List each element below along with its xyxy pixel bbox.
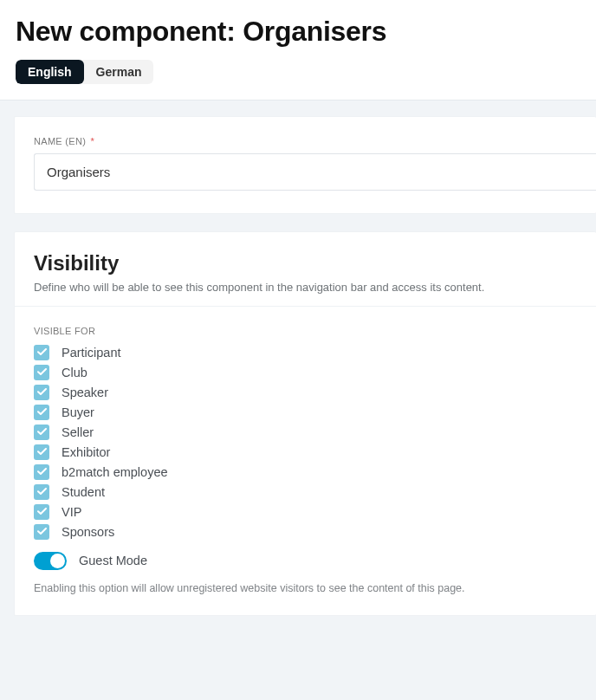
visibility-card: Visibility Define who will be able to se…	[14, 231, 596, 616]
visible-for-item: Student	[34, 484, 596, 500]
checkbox-label: Seller	[62, 425, 94, 439]
check-icon	[37, 368, 47, 376]
checkbox[interactable]	[34, 484, 49, 500]
checkbox[interactable]	[34, 504, 49, 520]
visibility-subtitle: Define who will be able to see this comp…	[34, 281, 596, 294]
visible-for-list: ParticipantClubSpeakerBuyerSellerExhibit…	[34, 345, 596, 540]
name-input[interactable]	[34, 153, 596, 191]
check-icon	[37, 528, 47, 535]
checkbox-label: Speaker	[62, 386, 108, 399]
visible-for-item: Club	[34, 365, 596, 380]
guest-mode-label: Guest Mode	[79, 554, 147, 567]
check-icon	[37, 408, 47, 416]
content-area: NAME (EN) * Visibility Define who will b…	[0, 100, 596, 658]
checkbox-label: b2match employee	[62, 465, 168, 479]
page-title: New component: Organisers	[16, 16, 580, 48]
tab-german[interactable]: German	[84, 60, 154, 84]
checkbox[interactable]	[34, 385, 49, 400]
visible-for-label: VISIBLE FOR	[34, 326, 596, 336]
required-marker: *	[91, 136, 95, 146]
checkbox[interactable]	[34, 405, 49, 420]
tab-english[interactable]: English	[16, 60, 84, 84]
name-field-label: NAME (EN) *	[34, 136, 596, 146]
page-header: New component: Organisers English German	[0, 0, 596, 100]
checkbox-label: Participant	[62, 346, 121, 360]
visibility-title: Visibility	[34, 251, 596, 275]
visible-for-item: Seller	[34, 425, 596, 440]
check-icon	[37, 428, 47, 436]
checkbox[interactable]	[34, 444, 49, 460]
check-icon	[37, 468, 47, 476]
checkbox[interactable]	[34, 365, 49, 380]
check-icon	[37, 508, 47, 515]
guest-mode-row: Guest Mode	[34, 552, 596, 570]
visible-for-item: Exhibitor	[34, 444, 596, 460]
visible-for-item: Sponsors	[34, 524, 596, 540]
language-tabs: English German	[16, 60, 153, 84]
checkbox[interactable]	[34, 425, 49, 440]
toggle-knob	[50, 554, 65, 568]
checkbox-label: Student	[62, 485, 105, 499]
visible-for-item: Buyer	[34, 405, 596, 420]
check-icon	[37, 488, 47, 496]
guest-mode-help: Enabling this option will allow unregist…	[34, 582, 596, 594]
check-icon	[37, 448, 47, 456]
check-icon	[37, 388, 47, 396]
visible-for-item: VIP	[34, 504, 596, 520]
checkbox-label: Exhibitor	[62, 445, 110, 459]
name-label-text: NAME (EN)	[34, 136, 86, 146]
check-icon	[37, 348, 47, 356]
checkbox-label: Buyer	[62, 405, 94, 419]
checkbox-label: Sponsors	[62, 525, 114, 539]
guest-mode-toggle[interactable]	[34, 552, 67, 570]
visible-for-item: Participant	[34, 345, 596, 360]
name-card: NAME (EN) *	[14, 116, 596, 214]
checkbox-label: Club	[62, 366, 87, 379]
checkbox[interactable]	[34, 524, 49, 540]
visible-for-item: Speaker	[34, 385, 596, 400]
checkbox[interactable]	[34, 345, 49, 360]
checkbox-label: VIP	[62, 505, 81, 519]
visible-for-item: b2match employee	[34, 464, 596, 480]
checkbox[interactable]	[34, 464, 49, 480]
